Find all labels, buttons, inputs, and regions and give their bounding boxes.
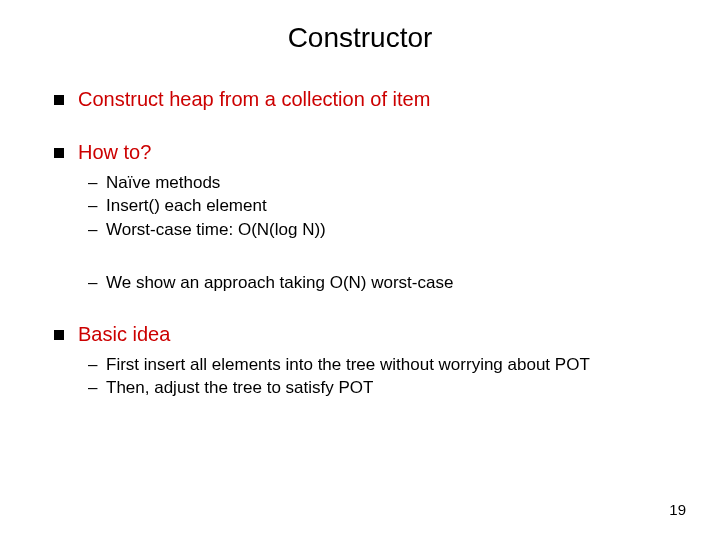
- page-number: 19: [669, 501, 686, 518]
- bullet-list: Construct heap from a collection of item…: [50, 88, 670, 399]
- sub-item: Worst-case time: O(N(log N)): [88, 219, 670, 240]
- sub-item: Insert() each element: [88, 195, 670, 216]
- sub-item: Then, adjust the tree to satisfy POT: [88, 377, 670, 398]
- sub-text: Then, adjust the tree to satisfy POT: [106, 378, 373, 397]
- spacer: [78, 242, 670, 264]
- sub-item: We show an approach taking O(N) worst-ca…: [88, 272, 670, 293]
- bullet-text: Basic idea: [78, 323, 170, 345]
- sub-text: Insert() each element: [106, 196, 267, 215]
- sub-list: First insert all elements into the tree …: [88, 354, 670, 399]
- slide: Constructor Construct heap from a collec…: [0, 0, 720, 540]
- sub-item: First insert all elements into the tree …: [88, 354, 670, 375]
- sub-text: First insert all elements into the tree …: [106, 355, 590, 374]
- sub-list: We show an approach taking O(N) worst-ca…: [88, 272, 670, 293]
- sub-text: We show an approach taking O(N) worst-ca…: [106, 273, 453, 292]
- sub-list: Naïve methods Insert() each element Wors…: [88, 172, 670, 240]
- bullet-item: Construct heap from a collection of item: [50, 88, 670, 111]
- sub-text: Naïve methods: [106, 173, 220, 192]
- slide-title: Constructor: [50, 22, 670, 54]
- bullet-text: Construct heap from a collection of item: [78, 88, 430, 110]
- bullet-item: Basic idea First insert all elements int…: [50, 323, 670, 399]
- bullet-item: How to? Naïve methods Insert() each elem…: [50, 141, 670, 293]
- bullet-text: How to?: [78, 141, 151, 163]
- sub-item: Naïve methods: [88, 172, 670, 193]
- sub-text: Worst-case time: O(N(log N)): [106, 220, 326, 239]
